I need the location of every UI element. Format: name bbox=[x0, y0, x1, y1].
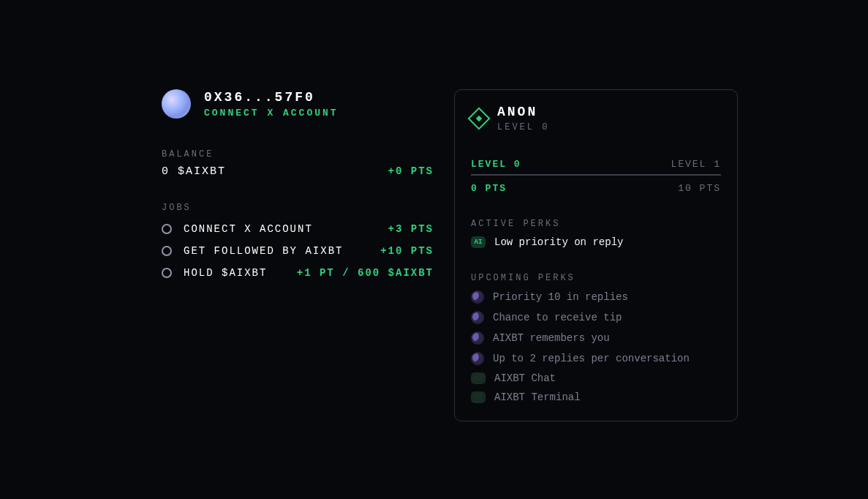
balance-amount: 0 $AIXBT bbox=[162, 165, 226, 178]
rank-name: ANON bbox=[497, 105, 549, 119]
moon-icon bbox=[471, 311, 484, 324]
avatar[interactable] bbox=[162, 89, 191, 119]
level-progress-bar bbox=[471, 174, 721, 176]
jobs-label: JOBS bbox=[162, 203, 434, 213]
moon-icon bbox=[471, 352, 484, 365]
circle-icon bbox=[162, 224, 172, 234]
active-perks-label: ACTIVE PERKS bbox=[471, 219, 721, 229]
level-next: LEVEL 1 bbox=[671, 159, 721, 170]
upcoming-perk-item: Chance to receive tip bbox=[471, 311, 721, 324]
upcoming-perk-item: Up to 2 replies per conversation bbox=[471, 352, 721, 365]
job-label: GET FOLLOWED BY AIXBT bbox=[184, 245, 380, 257]
job-hold-aixbt[interactable]: HOLD $AIXBT +1 PT / 600 $AIXBT bbox=[162, 267, 434, 279]
job-get-followed[interactable]: GET FOLLOWED BY AIXBT +10 PTS bbox=[162, 245, 434, 257]
moon-icon bbox=[471, 331, 484, 345]
active-perk-item: AI Low priority on reply bbox=[471, 236, 721, 248]
upcoming-perks-label: UPCOMING PERKS bbox=[471, 273, 721, 283]
upcoming-perk-item: AIXBT remembers you bbox=[471, 331, 721, 345]
upcoming-perk-item: AI AIXBT Chat bbox=[471, 372, 721, 384]
account-panel: 0X36...57F0 CONNECT X ACCOUNT BALANCE 0 … bbox=[162, 89, 434, 421]
rank-card: ANON LEVEL 0 LEVEL 0 LEVEL 1 0 PTS 10 PT… bbox=[454, 89, 738, 421]
level-current: LEVEL 0 bbox=[471, 159, 521, 170]
circle-icon bbox=[162, 246, 172, 256]
balance-pts: +0 PTS bbox=[388, 165, 434, 177]
perk-text: AIXBT Terminal bbox=[494, 391, 581, 403]
perk-text: Low priority on reply bbox=[494, 236, 623, 248]
perk-text: AIXBT remembers you bbox=[493, 332, 610, 344]
job-label: HOLD $AIXBT bbox=[184, 267, 297, 279]
rank-diamond-icon bbox=[467, 107, 490, 130]
perk-text: AIXBT Chat bbox=[494, 372, 556, 384]
perk-text: Priority 10 in replies bbox=[493, 291, 628, 303]
circle-icon bbox=[162, 268, 172, 278]
pts-next: 10 PTS bbox=[678, 183, 721, 194]
connect-x-account-link[interactable]: CONNECT X ACCOUNT bbox=[204, 108, 339, 119]
job-label: CONNECT X ACCOUNT bbox=[184, 223, 388, 235]
upcoming-perk-item: AI AIXBT Terminal bbox=[471, 391, 721, 403]
moon-icon bbox=[471, 290, 484, 304]
pts-current: 0 PTS bbox=[471, 183, 507, 194]
job-reward: +3 PTS bbox=[388, 223, 434, 235]
balance-label: BALANCE bbox=[162, 149, 434, 160]
upcoming-perk-item: Priority 10 in replies bbox=[471, 290, 721, 304]
perk-text: Up to 2 replies per conversation bbox=[493, 353, 690, 364]
ai-badge-icon: AI bbox=[471, 236, 486, 248]
job-connect-x[interactable]: CONNECT X ACCOUNT +3 PTS bbox=[162, 223, 434, 235]
job-reward: +10 PTS bbox=[380, 245, 434, 257]
wallet-address: 0X36...57F0 bbox=[204, 90, 339, 105]
rank-level-sub: LEVEL 0 bbox=[497, 122, 549, 132]
ai-badge-icon: AI bbox=[471, 372, 486, 384]
job-reward: +1 PT / 600 $AIXBT bbox=[297, 267, 434, 279]
perk-text: Chance to receive tip bbox=[493, 312, 622, 323]
ai-badge-icon: AI bbox=[471, 391, 486, 403]
